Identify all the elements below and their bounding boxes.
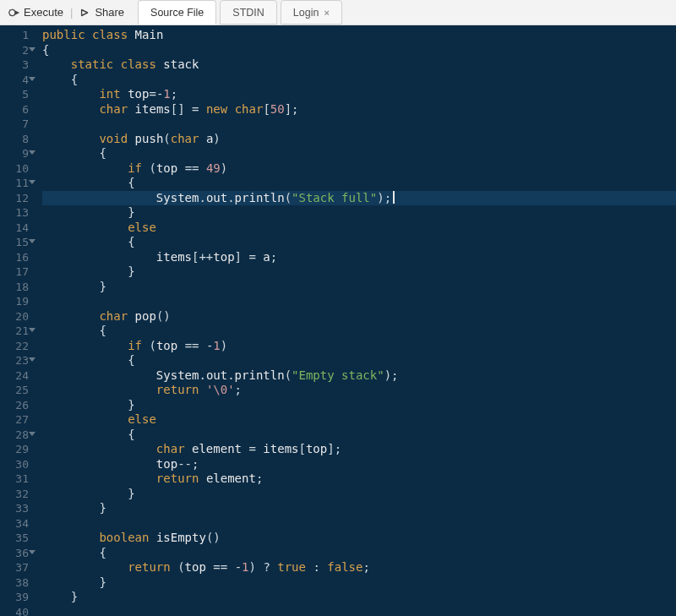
line-number: 32 (0, 487, 29, 502)
line-number: 30 (0, 457, 29, 472)
code-line[interactable] (42, 117, 676, 132)
execute-label: Execute (24, 6, 63, 19)
code-line[interactable]: void push(char a) (42, 132, 676, 147)
share-label: Share (95, 6, 124, 19)
code-line[interactable] (42, 294, 676, 309)
line-number: 1 (0, 28, 29, 43)
line-number: 38 (0, 575, 29, 591)
toolbar-separator: | (68, 6, 74, 19)
code-line[interactable]: } (42, 398, 676, 413)
line-number: 14 (0, 221, 29, 236)
line-number: 9 (0, 146, 29, 161)
line-number: 34 (0, 516, 29, 532)
tab-stdin[interactable]: STDIN (220, 0, 277, 25)
line-number: 5 (0, 87, 29, 102)
line-number: 29 (0, 442, 29, 457)
code-line[interactable]: items[++top] = a; (42, 250, 676, 265)
code-line[interactable]: if (top == -1) (42, 339, 676, 354)
line-number: 21 (0, 324, 29, 339)
line-number: 28 (0, 428, 29, 443)
line-number: 2 (0, 43, 29, 58)
line-number: 22 (0, 339, 29, 354)
text-cursor (393, 191, 395, 204)
code-line[interactable]: char element = items[top]; (42, 442, 676, 457)
line-number: 15 (0, 235, 29, 250)
line-number: 31 (0, 472, 29, 487)
code-line[interactable]: return element; (42, 472, 676, 487)
line-number: 33 (0, 501, 29, 516)
code-line[interactable]: char pop() (42, 309, 676, 324)
line-number: 12 (0, 191, 29, 206)
code-line[interactable]: { (42, 146, 676, 161)
code-line[interactable]: } (42, 590, 676, 605)
code-line[interactable]: static class stack (42, 57, 676, 73)
code-line[interactable]: return '\0'; (42, 383, 676, 398)
code-line[interactable]: else (42, 221, 676, 236)
code-line[interactable]: boolean isEmpty() (42, 531, 676, 546)
code-editor[interactable]: 1234567891011121314151617181920212223242… (0, 25, 676, 616)
code-line[interactable]: char items[] = new char[50]; (42, 102, 676, 117)
line-number: 35 (0, 531, 29, 546)
line-number: 8 (0, 132, 29, 147)
code-line[interactable]: public class Main (42, 28, 676, 43)
code-line[interactable]: } (42, 205, 676, 221)
line-number: 10 (0, 161, 29, 177)
toolbar: Execute | Share Source File STDIN Login … (0, 0, 676, 25)
code-line[interactable]: } (42, 280, 676, 295)
line-number: 3 (0, 57, 29, 73)
line-number: 25 (0, 383, 29, 398)
code-line[interactable]: System.out.println("Stack full"); (42, 191, 676, 206)
tab-label: STDIN (232, 7, 264, 19)
code-line[interactable]: System.out.println("Empty stack"); (42, 368, 676, 384)
close-icon[interactable]: × (324, 8, 329, 18)
share-button[interactable]: Share (74, 0, 129, 25)
code-line[interactable]: } (42, 264, 676, 280)
line-number: 11 (0, 176, 29, 191)
line-number: 7 (0, 117, 29, 132)
code-line[interactable]: top--; (42, 457, 676, 472)
line-number: 19 (0, 294, 29, 309)
line-number: 13 (0, 205, 29, 221)
code-line[interactable]: } (42, 575, 676, 591)
code-area[interactable]: public class Main{ static class stack { … (37, 25, 676, 616)
share-icon (79, 7, 91, 19)
tab-login[interactable]: Login × (281, 0, 342, 25)
tab-label: Login (293, 7, 319, 19)
code-line[interactable]: { (42, 428, 676, 443)
line-number: 17 (0, 264, 29, 280)
code-line[interactable] (42, 605, 676, 617)
code-line[interactable]: { (42, 176, 676, 191)
code-line[interactable]: { (42, 235, 676, 250)
line-number: 37 (0, 560, 29, 575)
code-line[interactable]: { (42, 324, 676, 339)
code-line[interactable]: { (42, 73, 676, 88)
code-line[interactable] (42, 516, 676, 532)
line-number: 4 (0, 73, 29, 88)
code-line[interactable]: { (42, 353, 676, 368)
line-number: 20 (0, 309, 29, 324)
code-line[interactable]: } (42, 487, 676, 502)
line-number: 26 (0, 398, 29, 413)
line-number: 24 (0, 368, 29, 384)
execute-button[interactable]: Execute (3, 0, 68, 25)
tab-source-file[interactable]: Source File (138, 0, 216, 25)
gear-play-icon (8, 7, 20, 19)
line-number: 40 (0, 605, 29, 617)
line-number: 16 (0, 250, 29, 265)
code-line[interactable]: { (42, 43, 676, 58)
code-line[interactable]: int top=-1; (42, 87, 676, 102)
code-line[interactable]: else (42, 412, 676, 428)
line-number: 39 (0, 590, 29, 605)
line-number: 18 (0, 280, 29, 295)
line-number: 27 (0, 412, 29, 428)
tab-label: Source File (150, 7, 204, 19)
code-line[interactable]: if (top == 49) (42, 161, 676, 177)
code-line[interactable]: return (top == -1) ? true : false; (42, 560, 676, 575)
line-number-gutter: 1234567891011121314151617181920212223242… (0, 25, 37, 616)
tab-bar: Source File STDIN Login × (138, 0, 346, 25)
line-number: 6 (0, 102, 29, 117)
line-number: 36 (0, 546, 29, 561)
code-line[interactable]: { (42, 546, 676, 561)
line-number: 23 (0, 353, 29, 368)
code-line[interactable]: } (42, 501, 676, 516)
